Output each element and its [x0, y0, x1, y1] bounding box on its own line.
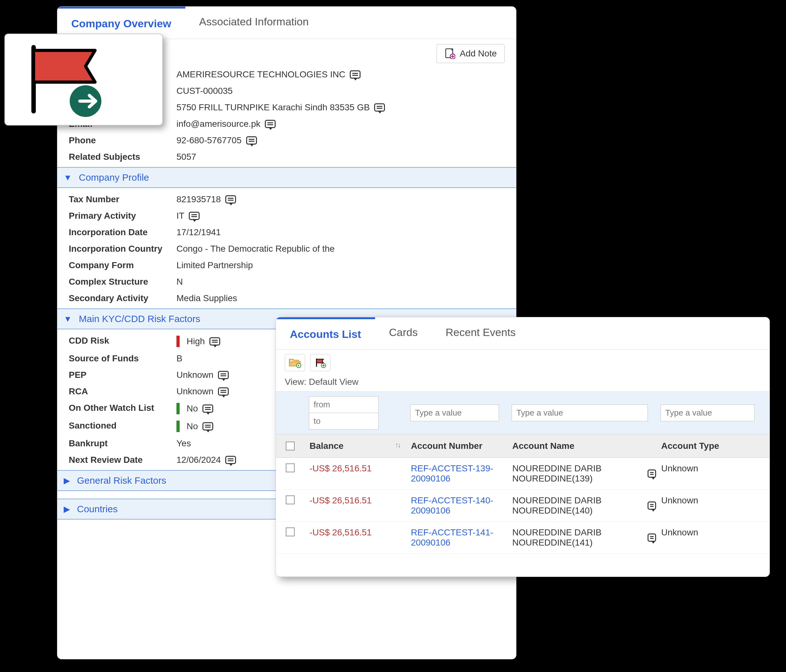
accounts-tabs: Accounts List Cards Recent Events	[276, 317, 770, 349]
related-subjects-value: 5057	[176, 152, 196, 162]
comment-icon[interactable]	[203, 422, 213, 430]
tab-cards[interactable]: Cards	[375, 317, 432, 349]
comment-icon[interactable]	[225, 195, 236, 203]
balance-cell: -US$ 26,516.51	[305, 527, 406, 538]
comment-icon[interactable]	[648, 469, 656, 478]
sof-value: B	[176, 353, 182, 363]
inc-date-value: 17/12/1941	[176, 227, 221, 237]
company-name: AMERIRESOURCE TECHNOLOGIES INC	[176, 69, 345, 80]
accounts-header-row: Balance ↑↓ Account Number Account Name A…	[276, 434, 770, 458]
primary-activity-value: IT	[176, 211, 184, 221]
section-kyc-risk-label: Main KYC/CDD Risk Factors	[79, 313, 200, 324]
section-company-profile[interactable]: ▼ Company Profile	[57, 167, 516, 188]
cdd-risk-value: High	[187, 336, 205, 346]
secondary-activity-label: Secondary Activity	[69, 293, 176, 303]
account-number-link[interactable]: REF-ACCTEST-140-20090106	[406, 496, 507, 516]
related-subjects-label: Related Subjects	[69, 152, 176, 162]
account-type-filter[interactable]	[660, 404, 755, 421]
inc-date-label: Incorporation Date	[69, 227, 176, 238]
add-note-label: Add Note	[460, 49, 497, 59]
phone-label: Phone	[69, 135, 176, 145]
tab-recent-events[interactable]: Recent Events	[432, 317, 530, 349]
row-checkbox[interactable]	[286, 496, 295, 504]
folder-open-icon	[289, 357, 301, 368]
risk-indicator-ok	[176, 403, 180, 414]
account-number-link[interactable]: REF-ACCTEST-141-20090106	[406, 527, 507, 548]
col-account-type-header[interactable]: Account Type	[656, 441, 770, 451]
account-type-cell: Unknown	[656, 527, 770, 538]
balance-to-input[interactable]	[309, 413, 379, 430]
chevron-right-icon: ▶	[64, 476, 70, 486]
company-form-value: Limited Partnership	[176, 260, 253, 270]
col-balance-label: Balance	[310, 441, 343, 451]
primary-activity-label: Primary Activity	[69, 211, 176, 221]
comment-icon[interactable]	[246, 136, 257, 145]
sanctioned-label: Sanctioned	[69, 421, 176, 431]
row-checkbox[interactable]	[286, 527, 295, 536]
comment-icon[interactable]	[648, 534, 656, 542]
email-value: info@amerisource.pk	[176, 119, 260, 129]
section-general-risk-label: General Risk Factors	[77, 475, 166, 486]
flag-badge[interactable]	[5, 34, 163, 126]
accounts-card: Accounts List Cards Recent Events View: …	[276, 317, 770, 577]
account-number-link[interactable]: REF-ACCTEST-139-20090106	[406, 463, 507, 484]
accounts-filter-row	[276, 392, 770, 434]
comment-icon[interactable]	[374, 103, 385, 112]
comment-icon[interactable]	[350, 70, 360, 79]
add-note-icon	[445, 48, 455, 59]
account-name-cell: NOUREDDINE DARIB NOUREDDINE(141)	[512, 527, 643, 548]
section-countries-label: Countries	[77, 504, 118, 515]
tax-number-label: Tax Number	[69, 194, 176, 205]
comment-icon[interactable]	[209, 337, 220, 346]
complex-structure-label: Complex Structure	[69, 277, 176, 287]
chevron-down-icon: ▼	[64, 173, 72, 183]
chevron-right-icon: ▶	[64, 504, 70, 514]
watchlist-label: On Other Watch List	[69, 403, 176, 413]
col-account-name-header[interactable]: Account Name	[507, 441, 656, 451]
comment-icon[interactable]	[265, 120, 276, 128]
account-name-filter[interactable]	[512, 404, 648, 421]
tax-number-value: 821935718	[176, 194, 221, 205]
balance-from-input[interactable]	[309, 396, 379, 413]
view-name: Default View	[309, 377, 358, 387]
balance-cell: -US$ 26,516.51	[305, 463, 406, 474]
rca-value: Unknown	[176, 386, 214, 397]
customer-id: CUST-000035	[176, 86, 233, 96]
tab-accounts-list[interactable]: Accounts List	[276, 317, 375, 349]
comment-icon[interactable]	[203, 404, 213, 413]
row-checkbox[interactable]	[286, 463, 295, 472]
comment-icon[interactable]	[189, 212, 200, 220]
comment-icon[interactable]	[225, 456, 236, 464]
open-folder-button[interactable]	[285, 354, 305, 371]
accounts-toolbar	[276, 349, 770, 374]
pep-label: PEP	[69, 370, 176, 380]
comment-icon[interactable]	[648, 502, 656, 510]
account-type-cell: Unknown	[656, 463, 770, 474]
view-prefix: View:	[285, 377, 309, 387]
account-name-cell: NOUREDDINE DARIB NOUREDDINE(139)	[512, 463, 643, 484]
company-profile-block: Tax Number 821935718 Primary Activity IT…	[57, 188, 516, 307]
inc-country-value: Congo - The Democratic Republic of the	[176, 244, 335, 253]
add-note-button[interactable]: Add Note	[437, 44, 505, 63]
select-all-checkbox[interactable]	[286, 442, 295, 450]
sof-label: Source of Funds	[69, 353, 176, 364]
company-address: 5750 FRILL TURNPIKE Karachi Sindh 83535 …	[176, 102, 370, 113]
risk-indicator-high	[176, 336, 180, 347]
col-account-number-header[interactable]: Account Number	[406, 441, 507, 451]
cdd-risk-label: CDD Risk	[69, 336, 176, 346]
col-balance-header[interactable]: Balance ↑↓	[305, 441, 406, 451]
phone-value: 92-680-5767705	[176, 135, 242, 145]
table-row: -US$ 26,516.51 REF-ACCTEST-140-20090106 …	[276, 490, 770, 522]
secondary-activity-value: Media Supplies	[176, 293, 237, 303]
account-number-filter[interactable]	[410, 404, 499, 421]
view-indicator: View: Default View	[276, 374, 770, 392]
risk-indicator-ok	[176, 421, 180, 432]
tab-associated-info[interactable]: Associated Information	[185, 7, 323, 39]
rca-label: RCA	[69, 386, 176, 397]
bankrupt-value: Yes	[176, 438, 191, 448]
inc-country-label: Incorporation Country	[69, 244, 176, 254]
flag-add-button[interactable]	[310, 354, 330, 371]
table-row: -US$ 26,516.51 REF-ACCTEST-139-20090106 …	[276, 458, 770, 490]
comment-icon[interactable]	[218, 387, 229, 396]
comment-icon[interactable]	[218, 371, 229, 379]
